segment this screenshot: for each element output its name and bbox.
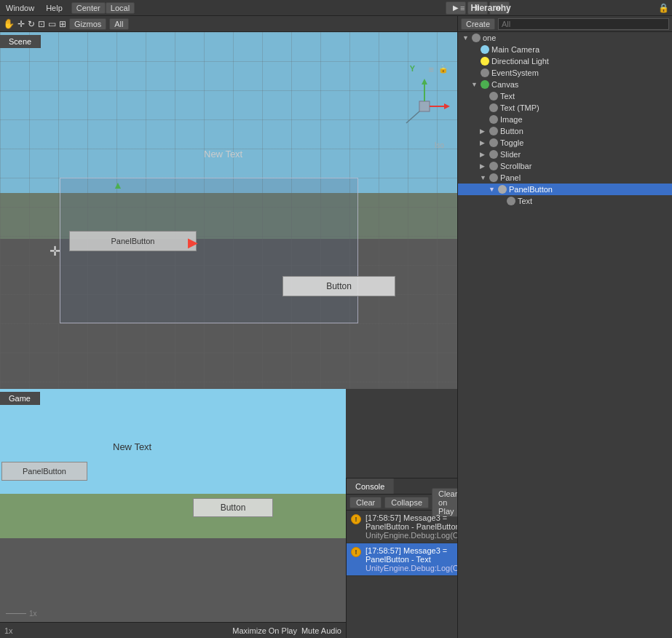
hierarchy-item-toggle[interactable]: ▶ Toggle: [458, 137, 672, 149]
hierarchy-item-button[interactable]: ▶ Button: [458, 125, 672, 137]
hierarchy-search-input[interactable]: [498, 18, 669, 30]
scene-tool-scale[interactable]: ⊡: [38, 19, 45, 29]
console-entry-1[interactable]: ! [17:58:57] Message3 = PanelButton - Te…: [347, 543, 457, 576]
hierarchy-title: Hierarchy: [470, 3, 510, 13]
hierarchy-create-btn[interactable]: Create: [461, 18, 495, 30]
iso-label: Iso: [435, 141, 444, 149]
svg-rect-0: [419, 101, 430, 111]
console-entry-text-0: [17:58:57] Message3 = PanelButton - Pane…: [365, 513, 457, 540]
mute-audio-btn[interactable]: Mute Audio: [301, 626, 341, 635]
local-button[interactable]: Local: [106, 2, 135, 14]
console-entry-text-1: [17:58:57] Message3 = PanelButton - Text…: [365, 546, 457, 572]
hierarchy-item-canvas[interactable]: ▼ Canvas: [458, 79, 672, 90]
hierarchy-panel: ▼ one Main Camera Directional Light Even…: [457, 32, 672, 638]
console-clear-btn[interactable]: Clear: [349, 497, 382, 508]
hierarchy-label-scrollbar: Scrollbar: [500, 162, 531, 170]
hierarchy-item-panel[interactable]: ▼ Panel: [458, 172, 672, 184]
console-entries: ! [17:58:57] Message3 = PanelButton - Pa…: [347, 511, 457, 638]
hierarchy-label-canvas: Canvas: [491, 80, 518, 89]
hierarchy-label-panel-button-text: Text: [518, 197, 532, 205]
scene-all-btn[interactable]: All: [109, 18, 128, 30]
transform-handle[interactable]: ▲: [113, 179, 123, 191]
console-warning-icon-1: !: [351, 547, 361, 557]
hierarchy-item-directional-light[interactable]: Directional Light: [458, 55, 672, 67]
scene-new-text: New Text: [204, 149, 242, 160]
game-new-text: New Text: [113, 441, 151, 452]
console-tab[interactable]: Console: [347, 478, 394, 494]
hierarchy-label-button: Button: [500, 127, 523, 135]
hierarchy-label-one: one: [483, 34, 496, 42]
scene-view: Scene Y ≡ 🔒 Iso New Text ▲ PanelButton ▶…: [0, 32, 457, 389]
hierarchy-item-panel-button-text[interactable]: Text: [458, 195, 672, 207]
expand-arrow: ▼: [462, 34, 470, 42]
hierarchy-item-panel-button[interactable]: ▼ PanelButton: [458, 184, 672, 195]
panel-button-widget[interactable]: PanelButton: [69, 231, 197, 251]
hierarchy-item-main-camera[interactable]: Main Camera: [458, 44, 672, 55]
red-arrow-indicator: ▶: [188, 235, 198, 251]
gizmo-widget: [399, 76, 450, 141]
game-panel-button[interactable]: PanelButton: [1, 462, 87, 481]
hierarchy-label-panel: Panel: [500, 173, 521, 182]
hierarchy-label-slider: Slider: [500, 150, 521, 159]
scene-tab[interactable]: Scene: [0, 35, 41, 48]
console-entry-0[interactable]: ! [17:58:57] Message3 = PanelButton - Pa…: [347, 511, 457, 543]
scene-button-widget[interactable]: Button: [282, 276, 395, 296]
scene-lock-icon[interactable]: 🔒: [438, 64, 448, 74]
scene-tool-hand[interactable]: ✋: [3, 18, 15, 29]
hierarchy-item-event-system[interactable]: EventSystem: [458, 67, 672, 79]
hierarchy-item-image[interactable]: Image: [458, 114, 672, 125]
hierarchy-label-image: Image: [500, 115, 523, 124]
console-panel: Console Clear Collapse Clear on Play Cle…: [346, 478, 457, 638]
hamburger-icon[interactable]: ≡: [428, 64, 434, 75]
scene-tool-rect[interactable]: ▭: [48, 19, 56, 29]
svg-line-5: [406, 111, 419, 123]
hierarchy-item-one[interactable]: ▼ one: [458, 32, 672, 44]
hierarchy-item-scrollbar[interactable]: ▶ Scrollbar: [458, 160, 672, 172]
game-tab[interactable]: Game: [0, 392, 40, 405]
console-warning-icon-0: !: [351, 514, 361, 524]
hierarchy-item-slider[interactable]: ▶ Slider: [458, 149, 672, 160]
menu-item-help[interactable]: Help: [40, 2, 68, 14]
canvas-expand-arrow: ▼: [471, 81, 478, 88]
scene-tool-custom[interactable]: ⊞: [59, 19, 66, 29]
hierarchy-item-text-tmp[interactable]: Text (TMP): [458, 102, 672, 114]
scene-tool-rotate[interactable]: ↻: [28, 19, 35, 29]
scale-indicator: 1x: [29, 610, 37, 618]
hierarchy-label-event-system: EventSystem: [491, 68, 539, 77]
console-collapse-btn[interactable]: Collapse: [384, 497, 429, 508]
game-button[interactable]: Button: [193, 498, 273, 517]
hierarchy-label-directional-light: Directional Light: [491, 57, 549, 66]
center-button[interactable]: Center: [71, 2, 106, 14]
scene-tool-move[interactable]: ✛: [17, 19, 25, 29]
game-obj-icon: [472, 34, 481, 42]
game-view: Game New Text PanelButton Button 1x Maxi…: [0, 389, 346, 638]
hierarchy-label-main-camera: Main Camera: [491, 45, 539, 54]
hierarchy-title-icon: ≡: [460, 4, 465, 12]
lock-icon[interactable]: 🔒: [658, 3, 669, 13]
move-cursor-icon: ✛: [50, 243, 60, 259]
scene-gizmos-btn[interactable]: Gizmos: [69, 18, 106, 30]
svg-marker-2: [422, 79, 427, 84]
y-axis-label: Y: [410, 64, 415, 73]
hierarchy-item-text[interactable]: Text: [458, 90, 672, 102]
hierarchy-label-panel-button: PanelButton: [509, 185, 553, 194]
svg-marker-4: [444, 103, 450, 109]
hierarchy-label-text: Text: [500, 92, 515, 101]
hierarchy-label-toggle: Toggle: [500, 138, 523, 147]
maximize-on-play-btn[interactable]: Maximize On Play: [232, 626, 297, 635]
hierarchy-label-text-tmp: Text (TMP): [500, 103, 539, 112]
menu-item-window[interactable]: Window: [0, 2, 40, 14]
game-scale-label: 1x: [4, 626, 13, 635]
